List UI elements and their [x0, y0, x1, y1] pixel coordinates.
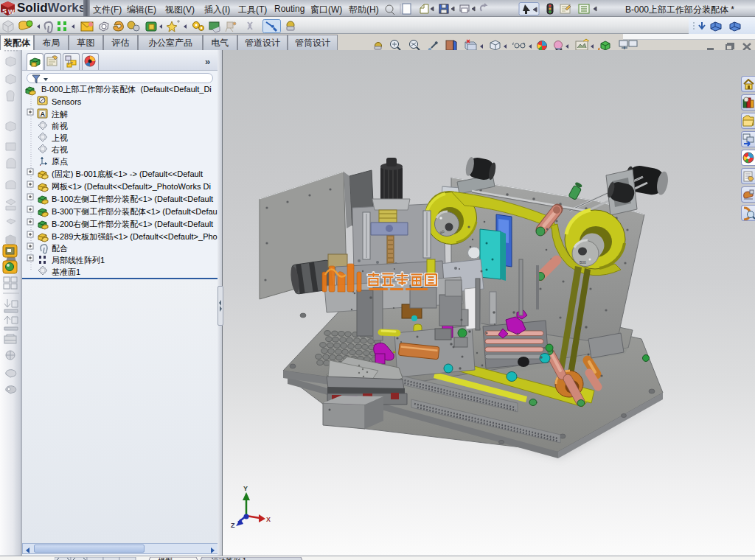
svg-text:S: S	[2, 7, 7, 15]
svg-text:运动算例 1: 运动算例 1	[211, 557, 247, 560]
svg-text:X: X	[266, 516, 271, 523]
svg-text:B00: B00	[580, 260, 586, 265]
svg-text:A: A	[41, 111, 46, 118]
svg-text:Z: Z	[231, 522, 235, 529]
svg-text:模型: 模型	[158, 557, 173, 560]
svg-text:W: W	[8, 8, 15, 15]
svg-text:Y: Y	[243, 485, 248, 492]
